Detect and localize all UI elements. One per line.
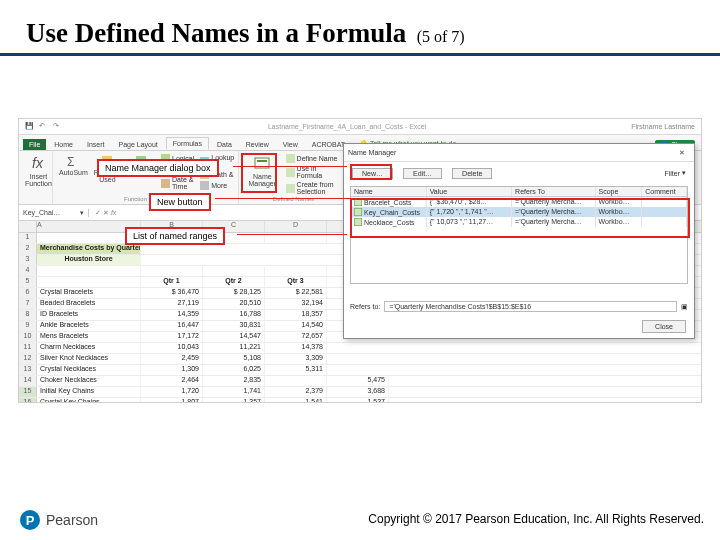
name-box[interactable]: Key_Chai…▾ [19,209,89,217]
use-in-formula-button[interactable]: Use in Formula [286,165,342,179]
tab-data[interactable]: Data [211,139,238,150]
insert-function-button[interactable]: fxInsert Function [25,154,52,187]
table-row: 16Crystal Key Chains1,8071,3571,5411,537 [19,398,701,402]
list-item[interactable]: Necklace_Costs{" 10,073 "," 11,27…='Quar… [351,217,687,227]
refers-to-input[interactable]: ='Quarterly Merchandise Costs'!$B$15:$E$… [384,301,677,312]
svg-text:fx: fx [32,155,44,171]
slide-counter: (5 of 7) [417,28,465,45]
svg-rect-25 [354,208,362,216]
refers-to-label: Refers to: [350,303,380,310]
named-ranges-list: Name Value Refers To Scope Comment Brace… [350,186,688,284]
create-from-selection-button[interactable]: Create from Selection [286,181,342,195]
slide-title: Use Defined Names in a Formula [26,18,406,48]
tab-view[interactable]: View [277,139,304,150]
table-row: 13Crystal Necklaces1,3096,0255,311 [19,365,701,376]
tab-home[interactable]: Home [48,139,79,150]
table-row: 15Initial Key Chains1,7201,7412,3793,688 [19,387,701,398]
svg-text:Σ: Σ [67,155,74,168]
sheet-subtitle[interactable]: Houston Store [37,255,141,265]
svg-rect-26 [354,218,362,226]
list-col-refers[interactable]: Refers To [512,187,595,196]
svg-rect-9 [200,181,209,190]
svg-rect-10 [255,158,269,168]
callout-new-button: New button [149,193,211,211]
filter-button[interactable]: Filter ▾ [664,169,686,177]
tab-page-layout[interactable]: Page Layout [112,139,163,150]
pearson-logo-icon: P [20,510,40,530]
autosum-button[interactable]: ΣAutoSum [59,154,88,176]
table-row: 14Choker Necklaces2,4642,8355,475 [19,376,701,387]
save-icon[interactable]: 💾 [25,122,35,132]
tab-file[interactable]: File [23,139,46,150]
date-time-button[interactable]: Date & Time [161,176,194,190]
tab-formulas[interactable]: Formulas [166,137,209,150]
svg-rect-13 [286,168,295,177]
list-item[interactable]: Key_Chain_Costs{" 1,720 "," 1,741 "…='Qu… [351,207,687,217]
list-col-scope[interactable]: Scope [596,187,643,196]
svg-rect-11 [257,160,267,162]
col-header[interactable]: D [265,221,327,232]
list-col-comment[interactable]: Comment [642,187,687,196]
chevron-down-icon[interactable]: ▾ [80,209,84,217]
collapse-dialog-icon[interactable]: ▣ [681,303,688,311]
undo-icon[interactable]: ↶ [39,122,49,132]
svg-rect-12 [286,154,295,163]
list-col-value[interactable]: Value [427,187,512,196]
callout-name-manager: Name Manager dialog box [97,159,219,177]
group-defined-names: Defined Names [245,196,342,202]
redo-icon[interactable]: ↷ [53,122,63,132]
document-title: Lastname_Firstname_4A_Loan_and_Costs - E… [63,123,631,130]
edit-button[interactable]: Edit… [403,168,442,179]
svg-rect-14 [286,184,295,193]
svg-rect-6 [161,179,170,188]
define-name-button[interactable]: Define Name [286,154,342,163]
close-icon[interactable]: ✕ [674,149,690,157]
pearson-brand: Pearson [46,512,98,528]
close-button[interactable]: Close [642,320,686,333]
table-row: 12Silver Knot Necklaces2,4595,1083,309 [19,354,701,365]
new-button[interactable]: New… [352,168,393,179]
fx-icon[interactable]: ✓ ✕ fx [89,209,122,217]
name-manager-dialog: Name Manager ✕ New… Edit… Delete Filter … [343,143,695,339]
dialog-title: Name Manager [348,149,396,156]
more-fn-button[interactable]: More [200,181,234,190]
list-col-name[interactable]: Name [351,187,427,196]
copyright: Copyright © 2017 Pearson Education, Inc.… [368,512,704,526]
tab-insert[interactable]: Insert [81,139,111,150]
svg-rect-24 [354,198,362,206]
callout-list: List of named ranges [125,227,225,245]
tab-review[interactable]: Review [240,139,275,150]
user-name: Firstname Lastname [631,123,701,130]
excel-screenshot: 💾 ↶ ↷ Lastname_Firstname_4A_Loan_and_Cos… [18,118,702,403]
name-manager-button[interactable]: Name Manager [245,154,280,187]
table-row: 11Charm Necklaces10,04311,22114,378 [19,343,701,354]
delete-button[interactable]: Delete [452,168,492,179]
sheet-title[interactable]: Merchandise Costs by Quarter, Small Item… [37,244,141,254]
list-item[interactable]: Bracelet_Costs{" $36,470","$28...='Quart… [351,197,687,207]
